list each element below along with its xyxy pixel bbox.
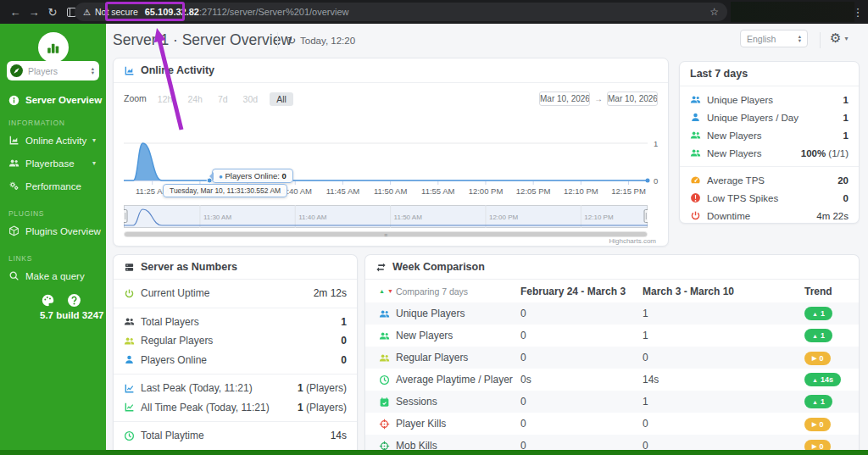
- refresh-button[interactable]: ↻ Today, 12:20: [287, 35, 355, 47]
- server-icon: [124, 262, 135, 273]
- chart-line-icon: [124, 402, 135, 413]
- trend-badge: ▶0: [804, 352, 831, 365]
- zoom-options: 12h24h7d30dAll: [154, 91, 302, 106]
- compass-icon: [9, 64, 24, 78]
- online-activity-header: Online Activity: [114, 58, 668, 83]
- week-row-label: Mob Kills: [365, 440, 520, 450]
- browser-reload-icon[interactable]: ↻: [44, 0, 61, 24]
- week2-value: 1: [643, 396, 804, 408]
- settings-menu-button[interactable]: ⚙ ▾: [830, 31, 848, 46]
- highcharts-credit-link[interactable]: Highcharts.com: [609, 237, 656, 245]
- date-from-input[interactable]: [539, 92, 590, 106]
- stat-value: 1: [843, 130, 849, 141]
- server-selector[interactable]: Players ▴▾: [7, 61, 99, 80]
- sidebar-item-make-a-query[interactable]: Make a query: [0, 264, 106, 287]
- last-7-days-title: Last 7 days: [690, 68, 748, 80]
- table-row: New Players01▲1: [365, 325, 859, 347]
- help-button[interactable]: [67, 293, 81, 308]
- caret-right-icon: ▶: [812, 443, 816, 450]
- stat-value-main: 1: [341, 316, 347, 328]
- week-table-header-label: ▲ ▼ Comparing 7 days: [365, 286, 520, 297]
- week-comparison-header: Week Comparison: [365, 255, 859, 280]
- browser-menu-icon[interactable]: ⋮: [849, 0, 866, 24]
- stat-label: New Players: [707, 148, 801, 158]
- week2-value: 0: [643, 440, 804, 450]
- tooltip-bullet: ●: [219, 173, 223, 180]
- trend-badge: ▶0: [804, 418, 831, 431]
- sidebar-item-label: Server Overview: [25, 95, 102, 105]
- metric-label: Player Kills: [396, 418, 446, 430]
- chart-navigator[interactable]: 11:30 AM11:40 AM11:50 AM12:00 PM12:10 PM: [124, 205, 648, 228]
- table-row: Sessions01▲1: [365, 391, 859, 413]
- metric-label: Unique Players: [396, 308, 465, 319]
- svg-text:12:05 PM: 12:05 PM: [516, 186, 551, 196]
- header-divider: [820, 32, 821, 48]
- chevron-down-icon: ▾: [844, 35, 848, 42]
- language-select[interactable]: English ▴▾: [740, 30, 808, 47]
- week2-value: 14s: [643, 374, 804, 386]
- stat-value-main: 1: [298, 402, 303, 413]
- zoom-option-7d: 7d: [214, 92, 231, 106]
- stat-value-main: 0: [341, 335, 347, 347]
- version-label: 5.7 build 3247: [40, 310, 103, 320]
- not-secure-badge[interactable]: ⚠ Not secure: [83, 7, 138, 17]
- zoom-option-all[interactable]: All: [270, 92, 293, 106]
- chart-area-icon: [124, 65, 135, 76]
- stat-value: 1 (Players): [298, 402, 347, 413]
- stat-value: 0: [341, 354, 347, 366]
- zoom-option-30d: 30d: [240, 92, 262, 106]
- server-as-numbers-card: Server as Numbers Current Uptime2m 12sTo…: [113, 254, 358, 450]
- online-activity-title: Online Activity: [141, 64, 214, 76]
- stat-value-suffix: (Players): [303, 402, 347, 413]
- trend-badge: ▶0: [804, 440, 831, 451]
- sidebar-item-server-overview[interactable]: Server Overview: [0, 90, 106, 110]
- plan-logo[interactable]: [38, 32, 69, 63]
- metric-label: New Players: [396, 330, 453, 341]
- date-to-input[interactable]: [607, 92, 658, 106]
- svg-text:11:50 AM: 11:50 AM: [374, 186, 408, 196]
- trend-badge: ▲1: [804, 329, 832, 342]
- stat-label: Players Online: [141, 354, 341, 366]
- stat-value: 4m 22s: [816, 211, 849, 221]
- browser-back-icon[interactable]: ←: [7, 0, 24, 24]
- metric-label: Mob Kills: [396, 440, 437, 450]
- sidebar-section-label: INFORMATION: [0, 117, 106, 129]
- bookmark-star-icon[interactable]: ☆: [709, 6, 719, 18]
- browser-forward-icon[interactable]: →: [25, 0, 42, 24]
- trend-badge: ▲1: [804, 395, 832, 408]
- table-row: Mob Kills00▶0: [365, 435, 859, 450]
- week-row-label: Regular Players: [365, 352, 520, 363]
- week-row-label: Player Kills: [365, 418, 520, 430]
- stat-value: 1: [843, 95, 849, 105]
- week2-column-header: March 3 - March 10: [643, 286, 804, 297]
- stat-label: Unique Players: [707, 95, 843, 105]
- table-row: Player Kills00▶0: [365, 413, 859, 435]
- chart-scrollbar[interactable]: ≡: [124, 231, 648, 237]
- stat-row: Low TPS Spikes0: [680, 189, 859, 207]
- stepper-icon: ▴▾: [798, 35, 801, 42]
- stat-label: Current Uptime: [141, 287, 314, 299]
- stat-label: Low TPS Spikes: [707, 193, 843, 203]
- tachometer-icon: [690, 175, 701, 186]
- chart-line-icon: [124, 383, 135, 394]
- stat-value: 14s: [331, 430, 347, 441]
- main-content: Server 1 · Server Overview ↻ Today, 12:2…: [106, 24, 868, 450]
- caret-up-icon: ▲: [812, 377, 818, 383]
- stat-value-main: 1: [843, 95, 849, 105]
- sidebar-item-plugins-overview[interactable]: Plugins Overview: [0, 219, 106, 242]
- user-icon: [124, 354, 135, 365]
- stepper-icon: ▴▾: [92, 67, 94, 75]
- stat-value-suffix: (1/1): [826, 148, 849, 158]
- power-icon: [124, 288, 135, 299]
- sidebar-item-label: Online Activity: [25, 136, 86, 146]
- stat-value: 2m 12s: [314, 287, 347, 299]
- theme-palette-button[interactable]: [41, 293, 55, 308]
- sidebar-item-performance[interactable]: Performance: [0, 175, 106, 197]
- sidebar-item-playerbase[interactable]: Playerbase▾: [0, 152, 106, 175]
- sidebar-item-online-activity[interactable]: Online Activity▾: [0, 129, 106, 152]
- svg-text:11:40 AM: 11:40 AM: [298, 214, 327, 221]
- sidebar-section-label: LINKS: [0, 252, 106, 264]
- week-row-label: Average Playtime / Player: [365, 374, 520, 386]
- stat-row: Players Online0: [114, 351, 357, 370]
- address-bar[interactable]: ⚠ Not secure 65.109.32.82:27112/server/S…: [75, 3, 727, 21]
